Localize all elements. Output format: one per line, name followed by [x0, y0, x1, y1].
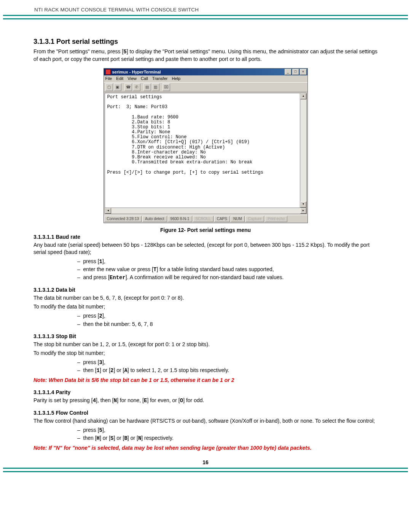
stopbit-desc2: To modify the stop bit number; — [33, 350, 378, 357]
ht-titlebar: serimux - HyperTerminal _ □ × — [104, 69, 307, 75]
menu-transfer[interactable]: Transfer — [152, 76, 168, 81]
bottom-rule — [3, 468, 408, 472]
toolbar-properties-icon[interactable]: ⌧ — [162, 83, 170, 91]
vertical-scrollbar[interactable]: ▴ ▾ — [300, 93, 307, 208]
menu-call[interactable]: Call — [141, 76, 148, 81]
list-item: and press [Enter]. A confirmation will b… — [77, 273, 378, 281]
toolbar-connect-icon[interactable]: ☎ — [124, 83, 132, 91]
key-b: B — [124, 435, 127, 441]
intro-paragraph: From the "Port settings" menu, press [5]… — [33, 48, 378, 63]
key-2: 2 — [99, 313, 102, 319]
status-caps: CAPS — [214, 216, 230, 222]
scroll-track[interactable] — [300, 99, 306, 201]
key-enter: Enter — [110, 275, 126, 281]
ht-menubar: File Edit View Call Transfer Help — [104, 75, 307, 82]
menu-file[interactable]: File — [105, 76, 112, 81]
status-capture: Capture — [245, 216, 264, 222]
horizontal-scrollbar[interactable]: ◂ ▸ — [105, 208, 307, 214]
scroll-track[interactable] — [111, 208, 300, 214]
list-item: then [H] or [S] or [B] or [N] respective… — [77, 434, 378, 442]
ht-terminal[interactable]: Port serial settings Port: 3; Name: Port… — [105, 93, 300, 208]
page-number: 16 — [33, 459, 378, 465]
scroll-up-icon[interactable]: ▴ — [300, 93, 306, 99]
flow-steps: press [5], then [H] or [S] or [B] or [N]… — [77, 426, 378, 443]
databit-steps: press [2], then the bit number: 5, 6, 7,… — [77, 312, 378, 328]
menu-help[interactable]: Help — [172, 76, 180, 81]
status-num: NUM — [231, 216, 245, 222]
stopbit-heading: 3.1.3.1.3 Stop Bit — [33, 333, 378, 339]
maximize-button[interactable]: □ — [292, 69, 299, 75]
list-item: press [5], — [77, 426, 378, 434]
flow-note: Note: If "N" for "none" is selected, dat… — [33, 444, 378, 452]
menu-view[interactable]: View — [127, 76, 137, 81]
toolbar-send-icon[interactable]: ▤ — [143, 83, 151, 91]
databit-desc2: To modify the data bit number; — [33, 303, 378, 310]
status-printecho: Print echo — [265, 216, 287, 222]
list-item: then the bit number: 5, 6, 7, 8 — [77, 320, 378, 328]
key-1: 1 — [99, 259, 102, 265]
key-a: A — [124, 367, 127, 374]
toolbar-receive-icon[interactable]: ▥ — [152, 83, 159, 91]
flow-heading: 3.1.3.1.5 Flow Control — [33, 410, 378, 416]
toolbar-new-icon[interactable]: ▢ — [105, 83, 113, 91]
status-scroll: SCROLL — [193, 216, 213, 222]
ht-title: serimux - HyperTerminal — [112, 70, 161, 74]
databit-heading: 3.1.3.1.2 Data bit — [33, 287, 378, 293]
toolbar-disconnect-icon[interactable]: ✆ — [133, 83, 140, 91]
key-5b: 5 — [99, 427, 102, 433]
hyperterminal-window: serimux - HyperTerminal _ □ × File Edit … — [104, 68, 308, 223]
menu-edit[interactable]: Edit — [116, 76, 123, 81]
list-item: enter the new value or press [T] for a t… — [77, 265, 378, 273]
key-1b: 1 — [97, 367, 100, 374]
stopbit-desc1: The stop bit number can be 1, 2, or 1.5,… — [33, 341, 378, 348]
status-connected: Connected 3:28:13 — [104, 216, 142, 222]
baud-steps: press [1], enter the new value or press … — [77, 257, 378, 282]
page-body: 3.1.3.1 Port serial settings From the "P… — [0, 38, 411, 465]
key-4: 4 — [93, 398, 96, 404]
parity-desc: Parity is set by pressing [4], then [N] … — [33, 397, 378, 404]
key-3: 3 — [99, 359, 102, 366]
list-item: press [3], — [77, 358, 378, 366]
ht-toolbar: ▢ ▣ ☎ ✆ ▤ ▥ ⌧ — [104, 82, 307, 92]
status-settings: 9600 8-N-1 — [168, 216, 192, 222]
baud-description: Any baud rate (serial speed) between 50 … — [33, 241, 378, 256]
stopbit-steps: press [3], then [1] or [2] or [A] to sel… — [77, 358, 378, 375]
ht-app-icon — [105, 69, 111, 75]
list-item: press [2], — [77, 312, 378, 320]
stopbit-note: Note: When Data bit is 5/6 the stop bit … — [33, 377, 378, 384]
key-5: 5 — [123, 49, 126, 55]
flow-desc: The flow control (hand shaking) can be h… — [33, 417, 378, 425]
list-item: press [1], — [77, 257, 378, 265]
close-button[interactable]: × — [300, 69, 307, 75]
baud-heading: 3.1.3.1.1 Baud rate — [33, 234, 378, 240]
ht-client: Port serial settings Port: 3; Name: Port… — [104, 92, 307, 215]
key-n: N — [114, 398, 117, 404]
section-heading: 3.1.3.1 Port serial settings — [33, 38, 378, 46]
scroll-down-icon[interactable]: ▾ — [300, 201, 306, 208]
parity-heading: 3.1.3.1.4 Parity — [33, 389, 378, 395]
header-title: NTI RACK MOUNT CONSOLE TERMINAL WITH CON… — [34, 7, 411, 13]
section-title: Port serial settings — [56, 38, 118, 45]
figure-caption: Figure 12- Port serial settings menu — [33, 227, 378, 233]
databit-desc1: The data bit number can be 5, 6, 7, 8, (… — [33, 294, 378, 302]
key-o: O — [180, 398, 183, 404]
scroll-left-icon[interactable]: ◂ — [105, 208, 111, 214]
status-auto: Auto detect — [142, 216, 167, 222]
key-h: H — [97, 435, 100, 441]
top-rule — [3, 15, 408, 19]
toolbar-open-icon[interactable]: ▣ — [114, 83, 121, 91]
minimize-button[interactable]: _ — [285, 69, 292, 75]
section-number: 3.1.3.1 — [33, 38, 54, 45]
ht-statusbar: Connected 3:28:13 Auto detect 9600 8-N-1… — [104, 215, 307, 223]
list-item: then [1] or [2] or [A] to select 1, 2, o… — [77, 366, 378, 374]
scroll-right-icon[interactable]: ▸ — [300, 208, 306, 214]
